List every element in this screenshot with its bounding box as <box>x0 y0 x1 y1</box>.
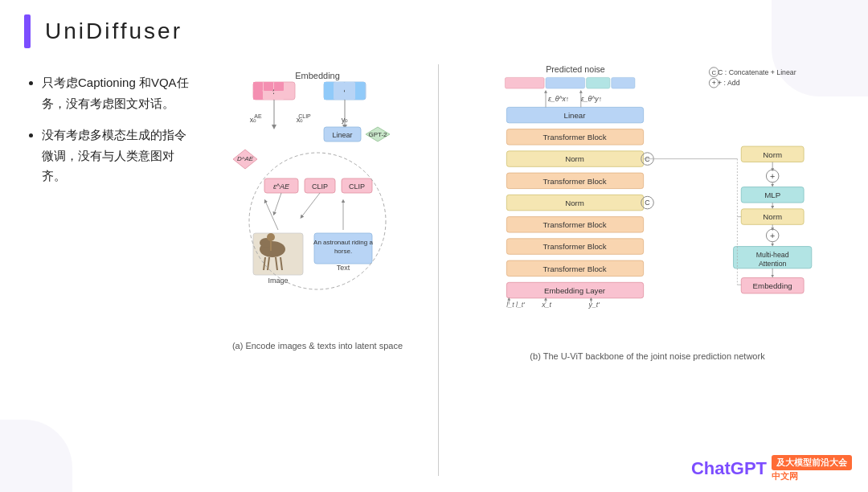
divider <box>438 64 439 476</box>
svg-rect-10 <box>274 91 284 100</box>
svg-rect-14 <box>355 82 365 100</box>
svg-text:Norm: Norm <box>763 212 782 221</box>
svg-rect-6 <box>264 82 273 91</box>
svg-line-49 <box>265 201 278 230</box>
svg-rect-66 <box>612 77 635 88</box>
svg-text:CLIP: CLIP <box>349 182 365 191</box>
svg-text:Transformer Block: Transformer Block <box>542 133 606 141</box>
svg-text:AE: AE <box>254 113 262 119</box>
svg-text:Image: Image <box>268 277 288 285</box>
diagram-b: C : Concatenate + Linear C + : Add + Pre… <box>443 56 852 484</box>
svg-text:+: + <box>712 79 716 87</box>
svg-text:+: + <box>770 231 775 240</box>
bullet-list: 只考虑Captioning 和VQA任务，没有考虑图文对话。 没有考虑多模态生成… <box>24 72 193 187</box>
logo-bar <box>24 14 31 48</box>
svg-text:Text: Text <box>337 264 350 272</box>
svg-rect-13 <box>345 82 354 100</box>
svg-text:+ : Add: + : Add <box>718 79 740 87</box>
svg-text:ε_θ^y↑: ε_θ^y↑ <box>581 95 602 103</box>
bullet-item-2: 没有考虑多模态生成的指令微调，没有与人类意图对齐。 <box>42 125 193 187</box>
svg-rect-12 <box>334 82 344 100</box>
svg-text:Predicted noise: Predicted noise <box>546 64 605 74</box>
svg-text:x_t: x_t <box>541 301 551 309</box>
svg-text:ε^AE: ε^AE <box>273 182 290 191</box>
svg-point-41 <box>267 233 275 241</box>
svg-text:Transformer Block: Transformer Block <box>542 264 606 273</box>
svg-text:C : Concatenate + Linear: C : Concatenate + Linear <box>718 68 796 76</box>
svg-text:Embedding: Embedding <box>295 71 340 80</box>
svg-text:Norm: Norm <box>763 150 782 159</box>
svg-text:Transformer Block: Transformer Block <box>542 220 606 229</box>
svg-text:Embedding Layer: Embedding Layer <box>544 286 606 295</box>
header: UniDiffuser <box>0 0 868 56</box>
svg-text:MLP: MLP <box>764 191 780 199</box>
svg-text:CLIP: CLIP <box>298 113 311 119</box>
footer-brand: ChatGPT 及大模型前沿大会 中文网 <box>691 455 852 482</box>
svg-rect-65 <box>587 77 610 88</box>
svg-text:Transformer Block: Transformer Block <box>542 177 606 186</box>
svg-text:GPT-2: GPT-2 <box>368 131 387 138</box>
svg-text:l_t  l_t': l_t l_t' <box>506 301 525 309</box>
svg-text:horse.: horse. <box>334 248 352 255</box>
svg-text:CLIP: CLIP <box>312 182 328 191</box>
svg-text:Linear: Linear <box>332 131 352 139</box>
svg-text:An astronaut riding a: An astronaut riding a <box>313 239 373 246</box>
diagram-b-caption: (b) The U-ViT backbone of the joint nois… <box>530 351 764 361</box>
brand-sub: 中文网 <box>772 470 798 482</box>
svg-rect-11 <box>324 82 334 100</box>
main-content: 只考虑Captioning 和VQA任务，没有考虑图文对话。 没有考虑多模态生成… <box>0 56 868 484</box>
bullet-item-1: 只考虑Captioning 和VQA任务，没有考虑图文对话。 <box>42 72 193 113</box>
svg-text:Embedding: Embedding <box>753 281 792 290</box>
diagram-a: Embedding x₀ y₀ <box>201 56 434 484</box>
svg-rect-9 <box>264 91 273 100</box>
svg-line-51 <box>301 193 320 217</box>
svg-text:Norm: Norm <box>565 154 584 163</box>
svg-text:Multi-head: Multi-head <box>756 251 789 259</box>
svg-text:Linear: Linear <box>563 111 586 120</box>
svg-rect-8 <box>253 91 263 100</box>
diagram-a-svg: Embedding x₀ y₀ <box>201 64 434 338</box>
brand-badge: 及大模型前沿大会 <box>772 455 852 470</box>
left-panel: 只考虑Captioning 和VQA任务，没有考虑图文对话。 没有考虑多模态生成… <box>24 56 201 484</box>
svg-text:+: + <box>770 171 775 181</box>
svg-text:Transformer Block: Transformer Block <box>542 242 606 251</box>
chatgpt-label: ChatGPT <box>691 458 767 479</box>
svg-text:C: C <box>645 199 649 207</box>
svg-rect-63 <box>505 77 544 88</box>
svg-text:D^AE: D^AE <box>237 155 254 162</box>
svg-text:Norm: Norm <box>565 199 584 207</box>
svg-rect-7 <box>274 82 284 91</box>
svg-rect-5 <box>253 82 263 91</box>
diagram-a-caption: (a) Encode images & texts into latent sp… <box>232 341 403 351</box>
svg-text:ε_θ^x↑: ε_θ^x↑ <box>548 95 569 103</box>
page-title: UniDiffuser <box>45 18 182 44</box>
svg-text:C: C <box>711 69 716 76</box>
svg-text:y₀: y₀ <box>342 116 349 124</box>
diagrams-row: Embedding x₀ y₀ <box>201 56 852 484</box>
svg-text:Attention: Attention <box>759 260 787 268</box>
svg-text:y_t': y_t' <box>588 301 600 309</box>
svg-rect-64 <box>546 77 585 88</box>
diagram-b-svg: C : Concatenate + Linear C + : Add + Pre… <box>443 60 852 350</box>
svg-line-50 <box>274 193 281 214</box>
